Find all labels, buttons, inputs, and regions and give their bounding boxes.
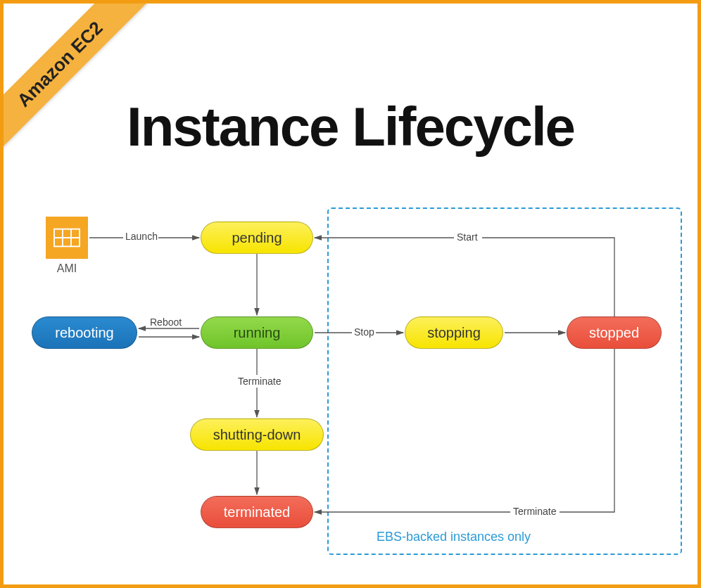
page-title: Instance Lifecycle [4, 95, 697, 159]
edges-svg: Launch Reboot Stop Start Terminate [32, 207, 669, 563]
edge-launch: Launch [125, 231, 158, 242]
edge-terminate-stopped: Terminate [513, 506, 557, 517]
lifecycle-diagram: EBS-backed instances only AMI pending re… [32, 207, 669, 563]
edge-stop: Stop [354, 326, 374, 338]
edge-terminate-running: Terminate [238, 376, 282, 387]
edge-start: Start [457, 231, 478, 243]
diagram-frame: Amazon EC2 Instance Lifecycle EBS-backed… [0, 0, 701, 588]
edge-reboot: Reboot [150, 317, 182, 328]
